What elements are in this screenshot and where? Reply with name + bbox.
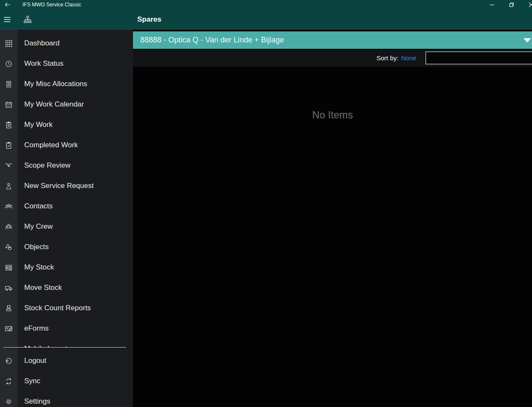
clipboard-check-icon: [0, 141, 17, 149]
sidebar-footer: Logout Sync Settings: [0, 347, 133, 407]
sort-search-bar: Sort by: None: [133, 50, 532, 67]
sidebar-item-label: Completed Work: [24, 141, 78, 149]
sidebar-item-new-service-request[interactable]: New Service Request: [0, 176, 133, 196]
restore-button[interactable]: [507, 1, 516, 8]
person-icon: [0, 182, 17, 190]
logout-icon: [0, 357, 17, 365]
contacts-icon: [0, 202, 17, 211]
crew-icon: [0, 223, 17, 231]
window-title: IFS MWO Service Classic: [23, 0, 81, 9]
gear-icon: [0, 398, 17, 406]
sidebar-item-label: Objects: [24, 243, 49, 251]
sidebar-item-contacts[interactable]: Contacts: [0, 196, 133, 216]
sidebar-footer-list: Logout Sync Settings: [0, 347, 133, 407]
counter-icon: [0, 304, 17, 312]
sidebar-item-label: My Crew: [24, 222, 53, 231]
hamburger-icon[interactable]: [3, 15, 11, 24]
sidebar-item-label: My Misc Allocations: [24, 80, 87, 88]
sidebar-item-label: My Work Calendar: [24, 100, 84, 109]
shapes-icon: [0, 243, 17, 251]
minimize-button[interactable]: [487, 1, 497, 8]
sidebar-item-objects[interactable]: Objects: [0, 237, 133, 257]
work-order-selector[interactable]: 88888 - Optica Q - Van der Linde + Bijla…: [133, 31, 532, 49]
document-icon: [0, 80, 17, 88]
close-button[interactable]: [526, 1, 532, 8]
sidebar-item-label: New Service Request: [24, 182, 93, 190]
back-button[interactable]: [3, 1, 12, 8]
sidebar-item-label: Settings: [24, 397, 50, 406]
empty-state-message: No Items: [133, 109, 532, 121]
sidebar-item-label: Sync: [24, 377, 40, 385]
sidebar-item-my-work[interactable]: My Work: [0, 115, 133, 135]
sidebar-item-my-work-calendar[interactable]: My Work Calendar: [0, 94, 133, 115]
sidebar-item-work-status[interactable]: Work Status: [0, 53, 133, 74]
sort-by-label: Sort by:: [376, 50, 399, 67]
search-box: [425, 51, 532, 65]
sidebar-item-label: Work Status: [24, 59, 63, 68]
sidebar-item-scope-review[interactable]: Scope Review: [0, 155, 133, 176]
sidebar-item-label: Contacts: [24, 202, 53, 211]
sidebar-item-label: Stock Count Reports: [24, 304, 91, 312]
sidebar-item-my-stock[interactable]: My Stock: [0, 257, 133, 278]
chevron-down-icon: [524, 38, 531, 42]
sidebar-item-my-misc-allocations[interactable]: My Misc Allocations: [0, 74, 133, 94]
menu-divider: [3, 347, 126, 348]
sidebar-item-stock-count-reports[interactable]: Stock Count Reports: [0, 298, 133, 318]
page-title: Spares: [137, 9, 161, 30]
form-edit-icon: [0, 325, 17, 333]
sidebar-item-eforms[interactable]: eForms: [0, 318, 133, 339]
app-header: Spares: [0, 9, 532, 30]
sidebar-item-mobile-inventory[interactable]: Mobile Inventory: [0, 339, 133, 347]
sidebar-item-completed-work[interactable]: Completed Work: [0, 135, 133, 155]
search-input[interactable]: [426, 52, 532, 64]
sidebar-item-move-stock[interactable]: Move Stock: [0, 278, 133, 298]
sidebar-item-logout[interactable]: Logout: [0, 351, 133, 371]
sidebar-item-label: eForms: [24, 324, 49, 333]
sidebar-menu-list: Dashboard Work Status My Misc Allocation…: [0, 30, 133, 347]
sidebar-item-my-crew[interactable]: My Crew: [0, 216, 133, 237]
sidebar-item-label: Scope Review: [24, 161, 71, 170]
sidebar-item-label: Dashboard: [24, 39, 59, 48]
handshake-icon: [0, 162, 17, 170]
sidebar-item-label: My Stock: [24, 263, 54, 272]
work-order-selector-value: 88888 - Optica Q - Van der Linde + Bijla…: [140, 31, 284, 49]
grid-icon: [0, 39, 17, 48]
calendar-icon: [0, 101, 17, 109]
clipboard-icon: [0, 121, 17, 129]
navigation-sidebar: Dashboard Work Status My Misc Allocation…: [0, 30, 133, 407]
spares-list-area: No Items: [133, 67, 532, 407]
sidebar-item-label: Logout: [24, 356, 46, 365]
clock-icon: [0, 60, 17, 68]
org-chart-icon[interactable]: [23, 15, 32, 24]
warehouse-icon: [0, 264, 17, 272]
sidebar-item-dashboard[interactable]: Dashboard: [0, 33, 133, 53]
sync-icon: [0, 377, 17, 385]
sidebar-item-sync[interactable]: Sync: [0, 371, 133, 391]
sidebar-item-label: My Work: [24, 121, 53, 129]
sidebar-item-settings[interactable]: Settings: [0, 391, 133, 407]
sort-by-value[interactable]: None: [401, 50, 416, 67]
title-bar: IFS MWO Service Classic: [0, 0, 532, 9]
truck-icon: [0, 284, 17, 292]
sidebar-item-label: Move Stock: [24, 283, 62, 292]
